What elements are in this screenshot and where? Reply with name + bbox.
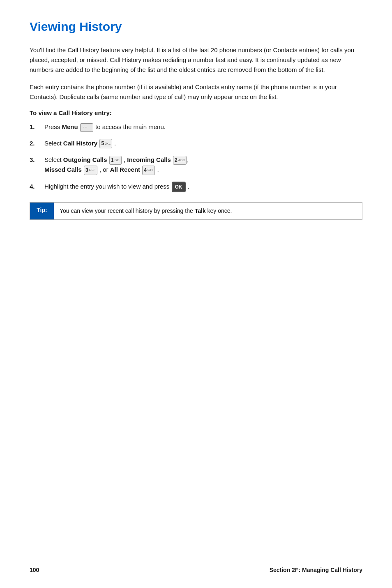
- key-1go-icon: 1go: [109, 156, 122, 165]
- page-title: Viewing History: [30, 20, 362, 34]
- intro-paragraph-1: You'll find the Call History feature ver…: [30, 45, 362, 75]
- step-3-bold2: Incoming Calls: [127, 156, 171, 163]
- step-1-text-before: Press: [44, 123, 62, 130]
- menu-key-icon: ⋯: [80, 123, 93, 132]
- step-4-content: Highlight the entry you wish to view and…: [44, 182, 362, 193]
- step-1-bold: Menu: [62, 123, 78, 130]
- tip-text-before: You can view your recent call history by…: [60, 208, 195, 214]
- step-3-before1: Select: [44, 156, 63, 163]
- page-footer: 100 Section 2F: Managing Call History: [30, 567, 362, 573]
- step-4-text-before: Highlight the entry you wish to view and…: [44, 183, 171, 190]
- step-3-mid2: , or: [99, 166, 110, 173]
- step-3-bold3: Missed Calls: [44, 166, 82, 173]
- step-4: 4. Highlight the entry you wish to view …: [30, 182, 362, 193]
- intro-paragraph-2: Each entry contains the phone number (if…: [30, 82, 362, 102]
- ok-key-icon: OK: [172, 182, 186, 193]
- step-2-text-before: Select: [44, 140, 63, 147]
- step-3-mid1: ,: [124, 156, 127, 163]
- step-3-bold1: Outgoing Calls: [63, 156, 107, 163]
- step-1-content: Press Menu ⋯ to access the main menu.: [44, 122, 362, 132]
- tip-bold: Talk: [195, 208, 206, 214]
- steps-list: 1. Press Menu ⋯ to access the main menu.…: [30, 122, 362, 192]
- step-4-number: 4.: [30, 182, 41, 191]
- step-3-number: 3.: [30, 155, 41, 164]
- step-2: 2. Select Call History 5jkl .: [30, 138, 362, 148]
- step-3-text-after: .: [157, 166, 159, 173]
- footer-page-number: 100: [30, 567, 39, 573]
- step-3-line1: Select Outgoing Calls 1go , Incoming Cal…: [44, 156, 189, 163]
- step-2-bold: Call History: [63, 140, 97, 147]
- key-4ghi-icon: 4ghi: [142, 166, 155, 175]
- tip-box: Tip: You can view your recent call histo…: [30, 202, 362, 220]
- key-5jkl-icon: 5jkl: [99, 139, 112, 148]
- step-2-number: 2.: [30, 138, 41, 148]
- step-3: 3. Select Outgoing Calls 1go , Incoming …: [30, 155, 362, 175]
- key-2abc-icon: 2abc: [173, 156, 187, 165]
- step-1-number: 1.: [30, 122, 41, 131]
- step-4-text-after: .: [188, 183, 189, 190]
- tip-label: Tip:: [30, 203, 54, 219]
- step-2-content: Select Call History 5jkl .: [44, 138, 362, 148]
- step-3-content: Select Outgoing Calls 1go , Incoming Cal…: [44, 155, 362, 175]
- key-3def-icon: 3def: [84, 166, 97, 175]
- step-1-text-after: to access the main menu.: [95, 123, 166, 130]
- step-2-text-after: .: [114, 140, 116, 147]
- tip-content: You can view your recent call history by…: [54, 203, 362, 219]
- section-label: To view a Call History entry:: [30, 109, 362, 116]
- page-container: Viewing History You'll find the Call His…: [0, 0, 392, 263]
- step-1: 1. Press Menu ⋯ to access the main menu.: [30, 122, 362, 132]
- step-3-bold4: All Recent: [110, 166, 140, 173]
- tip-text-after: key once.: [206, 208, 232, 214]
- footer-section-title: Section 2F: Managing Call History: [270, 567, 362, 573]
- step-3-comma: ,: [187, 156, 189, 163]
